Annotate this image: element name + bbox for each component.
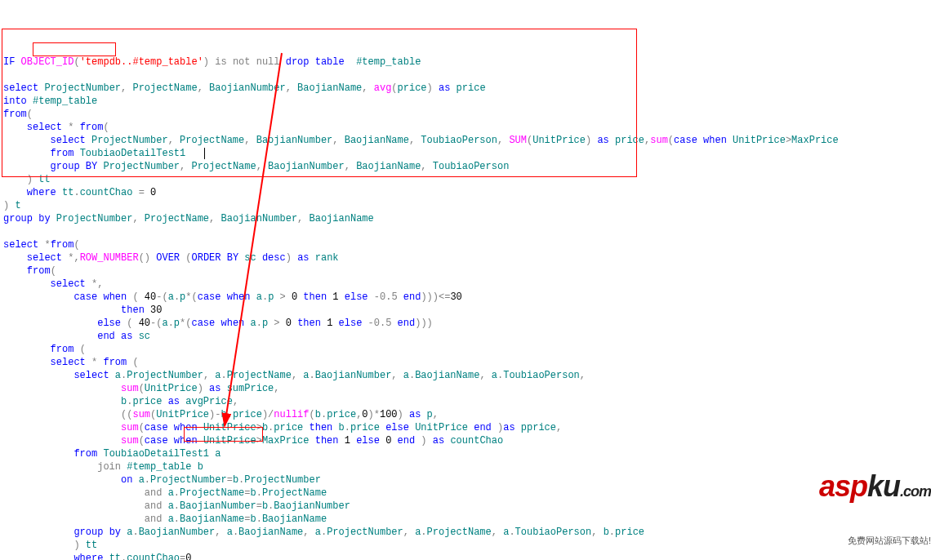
kw: case <box>198 291 221 303</box>
id: ProjectName <box>427 527 492 538</box>
op: > <box>256 435 262 447</box>
id: a <box>168 500 174 512</box>
num: 1 <box>345 435 350 447</box>
kw: case <box>674 135 697 146</box>
p: ( <box>139 383 145 394</box>
kw: select <box>74 370 109 381</box>
c: , <box>479 370 485 381</box>
kw: BY <box>86 161 97 172</box>
dot: . <box>310 370 315 381</box>
id: ProjectName <box>262 487 327 499</box>
kw: from <box>51 344 74 355</box>
fn: sum <box>650 135 668 146</box>
id: UnitPrice <box>532 135 586 146</box>
p: ( <box>132 357 138 368</box>
p: ( <box>668 135 674 146</box>
c: , <box>497 135 503 146</box>
p: ) <box>3 200 9 211</box>
id: BaojianName <box>310 213 374 224</box>
id: BaojianNumber <box>315 370 392 381</box>
id: BaojianName <box>345 135 409 146</box>
c: , <box>303 527 309 538</box>
num: 40 <box>145 291 156 303</box>
num: -0.5 <box>374 291 398 303</box>
id: BaojianName <box>297 82 362 94</box>
id: a <box>215 448 220 460</box>
dot: . <box>74 187 79 198</box>
id: UnitPrice <box>733 135 786 146</box>
kw: table <box>315 56 345 68</box>
c: , <box>198 82 203 94</box>
p: ( <box>139 435 145 447</box>
num: 30 <box>450 291 461 303</box>
kw: and <box>145 500 163 512</box>
dot: . <box>132 527 138 538</box>
c: , <box>121 82 127 94</box>
id: sc <box>139 331 150 342</box>
c: , <box>215 527 220 538</box>
dot: . <box>174 500 180 512</box>
id: price <box>615 527 644 538</box>
op: *( <box>180 318 191 329</box>
p: ) <box>74 540 79 551</box>
kw: when <box>227 291 251 303</box>
p: ( <box>127 318 132 329</box>
id: ProjectNumber <box>127 370 203 381</box>
id: UnitPrice <box>203 435 256 447</box>
id: ProjectName <box>180 487 244 499</box>
c: , <box>332 135 338 146</box>
fn: sum <box>132 409 150 420</box>
id: a <box>168 513 174 525</box>
dot: . <box>509 527 514 538</box>
id: a <box>168 487 174 499</box>
id: ProjectName <box>191 161 256 172</box>
c: , <box>292 370 297 381</box>
dot: . <box>174 487 180 499</box>
id: BaojianName <box>180 513 244 525</box>
kw: select <box>3 82 38 94</box>
id: BaojianNumber <box>256 135 333 146</box>
kw: desc <box>262 252 286 264</box>
kw: and <box>145 487 163 499</box>
kw: from <box>80 122 104 133</box>
kw: when <box>174 435 198 447</box>
id: #temp_table <box>33 96 97 107</box>
c: , <box>421 161 426 172</box>
num: 1 <box>327 318 332 329</box>
id: ProjectNumber <box>103 161 180 172</box>
id: BaojianName <box>356 161 421 172</box>
kw: where <box>74 553 103 560</box>
id: ProjectName <box>180 135 244 146</box>
kw: as <box>297 252 309 264</box>
id: b <box>339 422 345 433</box>
c: , <box>556 422 562 433</box>
op: *( <box>185 291 197 303</box>
c: , <box>132 213 138 224</box>
p: ( <box>139 422 145 433</box>
id: b <box>262 500 268 512</box>
c: , <box>345 161 350 172</box>
fn: sum <box>121 422 139 433</box>
id: t <box>15 200 20 211</box>
kw: group <box>51 161 80 172</box>
op: = <box>139 187 145 198</box>
id: p <box>174 318 180 329</box>
id: pprice <box>521 422 556 433</box>
id: ToubiaoPerson <box>433 161 510 172</box>
kw: end <box>474 422 492 433</box>
kw: by <box>38 213 50 224</box>
kw: then <box>310 422 333 433</box>
op: > <box>280 291 286 303</box>
c: , <box>492 527 497 538</box>
id: a <box>251 318 256 329</box>
id: price <box>327 409 356 420</box>
kw: IF <box>3 56 15 68</box>
op: > <box>256 422 262 433</box>
dot: . <box>256 487 262 499</box>
kw: case <box>145 435 168 447</box>
id: a <box>303 370 309 381</box>
id: a <box>403 370 409 381</box>
p: ( <box>391 82 397 94</box>
kw: then <box>121 304 145 316</box>
num: 100 <box>380 409 398 420</box>
